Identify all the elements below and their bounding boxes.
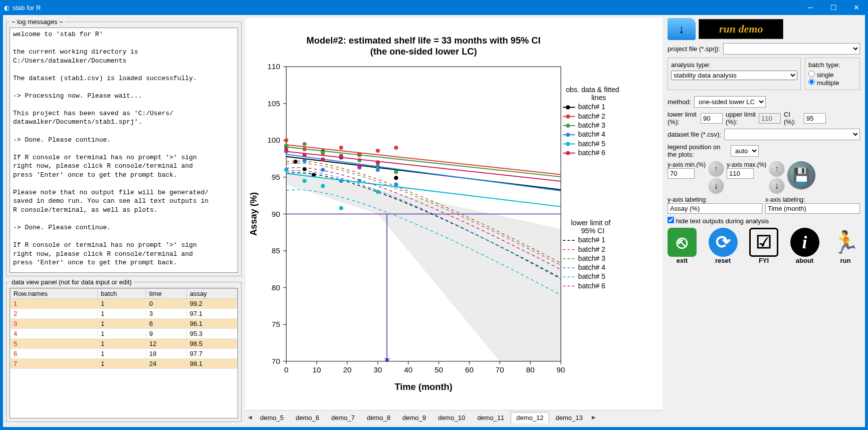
table-cell: 98.1 [186,359,237,369]
svg-point-65 [284,144,288,148]
table-cell: 18 [146,349,186,359]
ylabel-input[interactable] [668,203,762,214]
ymin-down-button[interactable]: ↓ [709,178,724,193]
plot-tab[interactable]: demo_6 [290,412,325,423]
svg-text:obs. data & fitted: obs. data & fitted [566,86,619,94]
minimize-button[interactable]: ─ [799,0,822,15]
svg-point-89 [303,153,307,157]
table-row: 11099.2 [11,299,238,309]
plot-tab[interactable]: demo_11 [472,412,510,423]
svg-point-82 [303,179,307,183]
xlabel-input[interactable] [765,203,860,214]
svg-text:lower limit of: lower limit of [571,219,610,227]
ymax-down-button[interactable]: ↓ [769,178,784,193]
svg-text:85: 85 [272,246,280,255]
window-title: stab for R [13,4,799,12]
ymin-up-button[interactable]: ↑ [709,161,724,176]
data-table-scroll[interactable]: Row.namesbatchtimeassay11099.221397.1316… [10,288,238,418]
fyi-button[interactable]: ☑FYI [749,228,778,264]
svg-text:60: 60 [465,365,474,374]
plot-area: 0102030405060708090707580859095100105110… [246,18,663,410]
svg-text:Model#2: estimated shelf life : Model#2: estimated shelf life = 33 month… [307,35,541,46]
plot-tab[interactable]: demo_12 [511,412,549,423]
svg-text:lines: lines [591,94,606,102]
close-button[interactable]: ✕ [845,0,868,15]
method-select[interactable]: one-sided lower LC [694,96,766,108]
table-cell: 99.2 [186,299,237,309]
data-panel: data view panel (not for data input or e… [6,278,242,422]
svg-text:batch# 1: batch# 1 [578,103,606,111]
svg-point-62 [376,149,380,153]
app-icon: ◐ [4,4,10,12]
table-cell: 1 [98,349,146,359]
plot-tab[interactable]: demo_8 [361,412,396,423]
lower-limit-input[interactable] [701,113,723,124]
hide-outputs-checkbox[interactable]: hide text outputs during analysis [668,217,769,225]
run-demo-button[interactable]: run demo [699,19,783,39]
ymax-up-button[interactable]: ↑ [769,161,784,176]
ymin-input[interactable] [668,168,695,179]
svg-text:10: 10 [313,365,321,374]
table-row: 712498.1 [11,359,238,369]
table-cell: 98.5 [186,339,237,349]
reset-button[interactable]: ⟳reset [709,228,738,264]
analysis-type-select[interactable]: stability data analysis [671,71,797,80]
svg-point-67 [321,151,325,155]
table-row: 511298.5 [11,339,238,349]
run-button[interactable]: 🏃run [831,228,860,264]
svg-text:batch#  4: batch# 4 [578,263,606,271]
maximize-button[interactable]: ☐ [822,0,845,15]
table-cell: 1 [98,359,146,369]
svg-point-76 [339,179,343,183]
plot-tab[interactable]: demo_9 [397,412,431,423]
svg-text:30: 30 [373,365,382,374]
table-cell: 9 [146,329,186,339]
table-cell: 24 [146,359,186,369]
log-textarea[interactable]: welcome to 'stab for R' the current work… [10,28,238,273]
table-cell: 1 [11,299,98,309]
svg-text:batch# 3: batch# 3 [578,121,606,129]
svg-text:0: 0 [284,365,288,374]
column-header: time [146,289,186,299]
project-file-select[interactable] [723,43,860,55]
svg-text:batch#  5: batch# 5 [578,272,606,280]
upper-limit-input [759,113,781,124]
legend-pos-select[interactable]: auto [731,145,759,157]
svg-text:batch#  6: batch# 6 [578,282,606,290]
table-cell: 1 [98,299,146,309]
method-label: method: [668,98,691,106]
dataset-file-label: dataset file (*.csv): [668,131,721,138]
svg-text:batch# 4: batch# 4 [578,130,606,138]
table-row: 611897.7 [11,349,238,359]
table-row: 41995.3 [11,329,238,339]
svg-point-63 [394,146,398,150]
ymax-input[interactable] [727,168,754,179]
batch-type-single[interactable]: single [808,71,856,79]
plot-tab[interactable]: demo_13 [550,412,588,423]
svg-text:✶: ✶ [383,354,391,365]
table-cell: 1 [98,339,146,349]
svg-point-88 [284,148,288,152]
xlabel-label: x-axis labeling: [765,196,860,203]
save-plot-button[interactable]: 💾 [787,161,815,189]
ci-input[interactable] [804,113,826,124]
svg-text:batch# 6: batch# 6 [578,149,606,157]
about-button[interactable]: iabout [790,228,819,264]
legend-pos-label: legend position on the plots: [668,143,728,158]
table-cell: 3 [146,309,186,319]
plot-tab[interactable]: demo_5 [255,412,289,423]
svg-point-86 [376,190,380,194]
exit-button[interactable]: ⎋exit [668,228,697,264]
svg-text:batch# 2: batch# 2 [578,112,606,120]
plot-tab[interactable]: demo_7 [326,412,360,423]
plot-tab[interactable]: demo_10 [432,412,471,423]
dataset-file-select[interactable] [724,129,860,140]
svg-text:80: 80 [526,365,535,374]
svg-text:100: 100 [268,136,280,144]
download-icon[interactable]: ↓ [668,18,696,40]
svg-point-60 [339,146,343,150]
batch-type-multiple[interactable]: multiple [808,79,856,87]
svg-point-74 [303,159,307,163]
tabs-scroll-left[interactable]: ◄ [246,413,255,421]
tabs-scroll-right[interactable]: ► [589,413,598,421]
